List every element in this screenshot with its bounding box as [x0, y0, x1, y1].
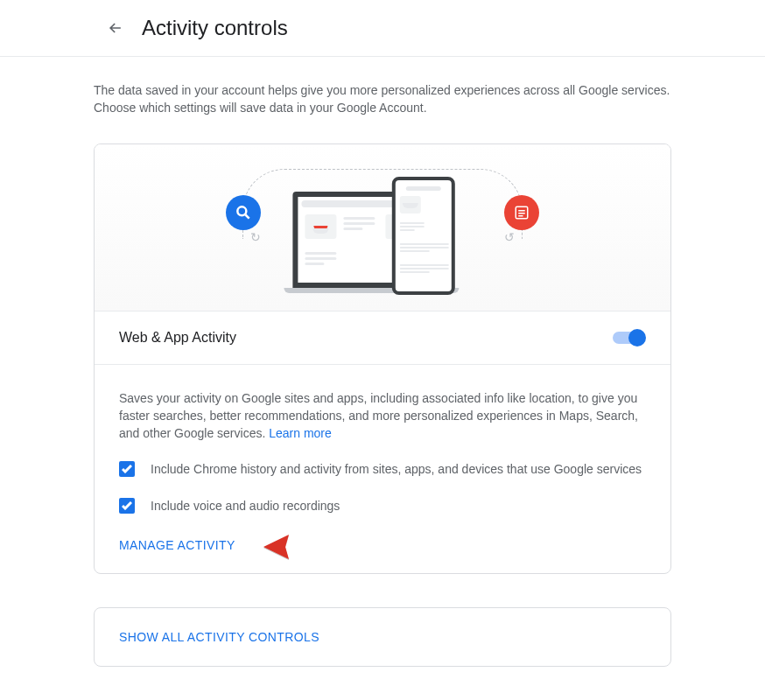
annotation-arrow-icon	[259, 529, 347, 564]
voice-audio-checkbox[interactable]	[119, 498, 135, 514]
list-icon	[504, 195, 539, 230]
card-illustration: ↻ ↺	[95, 144, 670, 311]
search-icon	[226, 195, 261, 230]
arrow-loop-icon: ↺	[504, 230, 515, 244]
section-description: Saves your activity on Google sites and …	[119, 389, 646, 443]
intro-text: The data saved in your account helps giv…	[94, 81, 671, 117]
svg-rect-3	[518, 213, 525, 214]
svg-rect-4	[518, 215, 523, 217]
checkbox-row: Include voice and audio recordings	[119, 498, 646, 515]
show-all-link[interactable]: SHOW ALL ACTIVITY CONTROLS	[119, 630, 319, 644]
phone-illustration	[392, 177, 455, 295]
checkbox-label: Include Chrome history and activity from…	[151, 461, 642, 479]
svg-point-0	[237, 206, 246, 215]
arrow-loop-icon: ↻	[250, 230, 261, 244]
activity-toggle[interactable]	[613, 329, 646, 346]
manage-activity-link[interactable]: MANAGE ACTIVITY	[119, 538, 235, 552]
content-area: The data saved in your account helps giv…	[94, 57, 671, 667]
page-header: Activity controls	[0, 0, 765, 57]
back-arrow-icon[interactable]	[105, 18, 126, 38]
section-header-row: Web & App Activity	[95, 311, 670, 364]
activity-card: ↻ ↺ Web & App Activity	[94, 144, 671, 574]
learn-more-link[interactable]: Learn more	[269, 426, 332, 440]
section-title: Web & App Activity	[119, 330, 236, 346]
page-title: Activity controls	[142, 16, 288, 40]
section-details: Saves your activity on Google sites and …	[95, 364, 670, 573]
show-all-card: SHOW ALL ACTIVITY CONTROLS	[94, 607, 671, 667]
svg-rect-2	[518, 210, 525, 212]
checkbox-row: Include Chrome history and activity from…	[119, 461, 646, 479]
checkbox-label: Include voice and audio recordings	[151, 498, 340, 515]
chrome-history-checkbox[interactable]	[119, 461, 135, 477]
